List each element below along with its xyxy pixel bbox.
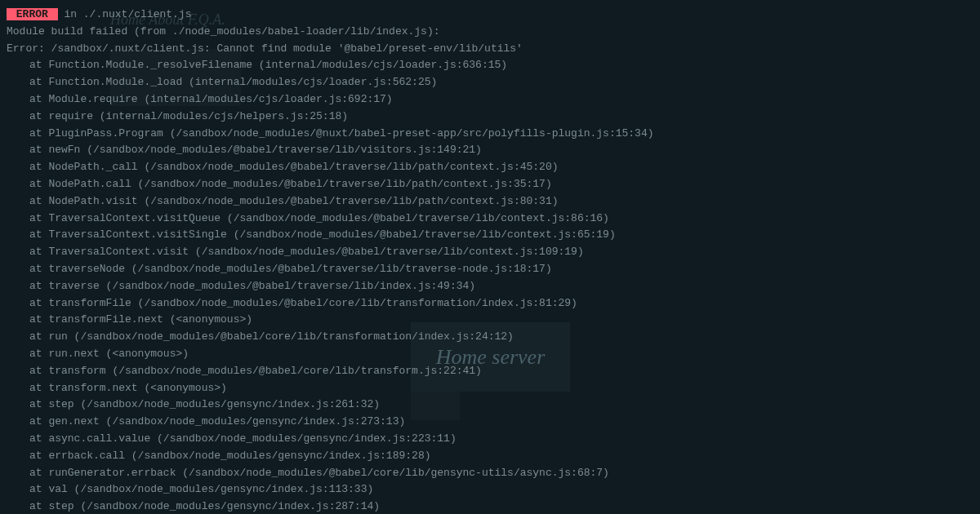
stack-frame: at run.next (<anonymous>): [7, 346, 973, 363]
stack-frame: at transform.next (<anonymous>): [7, 380, 973, 397]
stack-frame: at transform (/sandbox/node_modules/@bab…: [7, 363, 973, 380]
build-failed-line: Module build failed (from ./node_modules…: [7, 24, 973, 41]
stack-frame: at NodePath.visit (/sandbox/node_modules…: [7, 193, 973, 210]
stack-trace: at Function.Module._resolveFilename (int…: [7, 57, 973, 514]
stack-frame: at run (/sandbox/node_modules/@babel/cor…: [7, 329, 973, 346]
stack-frame: at PluginPass.Program (/sandbox/node_mod…: [7, 126, 973, 143]
stack-frame: at async.call.value (/sandbox/node_modul…: [7, 431, 973, 448]
stack-frame: at transformFile (/sandbox/node_modules/…: [7, 295, 973, 312]
stack-frame: at TraversalContext.visit (/sandbox/node…: [7, 244, 973, 261]
stack-frame: at runGenerator.errback (/sandbox/node_m…: [7, 465, 973, 482]
stack-frame: at NodePath._call (/sandbox/node_modules…: [7, 159, 973, 176]
stack-frame: at traverseNode (/sandbox/node_modules/@…: [7, 261, 973, 278]
stack-frame: at NodePath.call (/sandbox/node_modules/…: [7, 176, 973, 193]
stack-frame: at Module.require (internal/modules/cjs/…: [7, 91, 973, 109]
stack-frame: at require (internal/modules/cjs/helpers…: [7, 109, 973, 126]
stack-frame: at newFn (/sandbox/node_modules/@babel/t…: [7, 142, 973, 159]
stack-frame: at gen.next (/sandbox/node_modules/gensy…: [7, 414, 973, 431]
error-header-line: ERROR in ./.nuxt/client.js: [7, 7, 973, 24]
stack-frame: at TraversalContext.visitQueue (/sandbox…: [7, 210, 973, 228]
stack-frame: at step (/sandbox/node_modules/gensync/i…: [7, 397, 973, 414]
stack-frame: at step (/sandbox/node_modules/gensync/i…: [7, 498, 973, 514]
terminal-output: ERROR in ./.nuxt/client.js Module build …: [7, 7, 973, 514]
stack-frame: at errback.call (/sandbox/node_modules/g…: [7, 448, 973, 465]
error-message-line: Error: /sandbox/.nuxt/client.js: Cannot …: [7, 41, 973, 58]
stack-frame: at Function.Module._resolveFilename (int…: [7, 57, 973, 74]
stack-frame: at transformFile.next (<anonymous>): [7, 312, 973, 329]
stack-frame: at Function.Module._load (internal/modul…: [7, 74, 973, 91]
error-in-path: in ./.nuxt/client.js: [58, 8, 192, 20]
stack-frame: at traverse (/sandbox/node_modules/@babe…: [7, 278, 973, 295]
stack-frame: at val (/sandbox/node_modules/gensync/in…: [7, 481, 973, 498]
error-badge: ERROR: [7, 8, 58, 20]
stack-frame: at TraversalContext.visitSingle (/sandbo…: [7, 227, 973, 244]
